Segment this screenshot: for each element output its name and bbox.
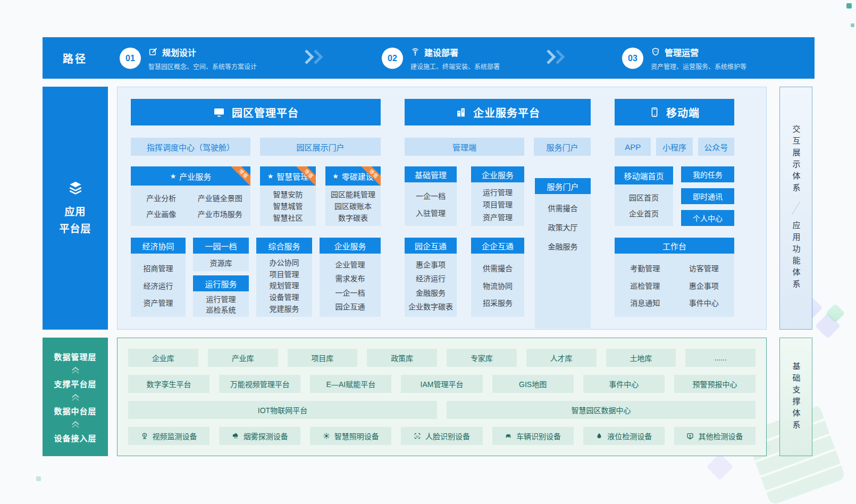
card-body: 惠企事项 经济运行 金融服务 企业数字碳表 — [405, 254, 457, 317]
feature-item: 园企互通 — [335, 301, 365, 312]
platform-box: IAM管理平台 — [401, 375, 482, 393]
card-body: 运行管理 项目管理 资产管理 — [471, 182, 524, 226]
personal-center-button: 个人中心 — [681, 210, 734, 226]
card-body: 供需撮合 物流协同 招采服务 — [471, 254, 524, 317]
feature-item: 企业数字碳表 — [408, 301, 453, 312]
foundation-support-rail: 基础支撑体系 — [779, 338, 812, 456]
card-header: 服务门户 — [535, 178, 591, 194]
foundation-system-label: 基础支撑体系 — [791, 362, 802, 432]
feature-item: 惠企事项 — [416, 259, 446, 270]
card-body: 办公协同 项目管理 规划管理 设备管理 党建服务 — [256, 254, 312, 317]
park-platform-column: 园区管理平台 指挥调度中心（驾驶舱） 园区展示门户 ★ 产业服务 增值 产业分析… — [131, 99, 381, 316]
platform-box: 万能视频管理平台 — [219, 375, 300, 393]
chevrons-up-icon — [70, 366, 81, 374]
card-header: 运行服务 — [193, 275, 249, 291]
card-body: 供需撮合 政策大厅 金融服务 — [535, 194, 591, 329]
decor-cube — [815, 313, 841, 339]
card-header: 企企互通 — [471, 238, 524, 254]
card-smart-management: ★ 智慧管理 增值 智慧安防 智慧城管 智慧社区 — [260, 166, 316, 226]
step-title: 规划设计 — [162, 46, 196, 58]
feature-item: 项目管理 — [270, 268, 299, 279]
mobile-channels-row: APP 小程序 公众号 — [615, 138, 734, 156]
interaction-application-rail: 交互展示体系 应用功能体系 — [779, 87, 812, 330]
app-layer-label-line1: 应用 — [59, 204, 91, 221]
database-box: 人才库 — [526, 349, 597, 367]
feature-item: 园区首页 — [629, 192, 659, 203]
device-label: 智慧照明设备 — [334, 431, 379, 441]
feature-item: 智慧安防 — [273, 189, 303, 199]
chevrons-up-icon — [70, 393, 81, 401]
card-body: 运行管理 巡检系统 — [193, 291, 249, 317]
card-economic-synergy: 经济协同 招商管理 经济运行 资产管理 — [131, 238, 186, 317]
layer-label-device-access: 设备接入层 — [54, 432, 96, 443]
card-operation-services: 运行服务 运行管理 巡检系统 — [193, 275, 249, 317]
card-body: 企业管理 需求发布 一企一档 园企互通 — [320, 254, 381, 317]
rail-divider — [792, 201, 800, 214]
enterprise-platform-column: 企业服务平台 管理端 服务门户 基础管理 一企一档 入驻管理 企业服务 运行管理… — [405, 99, 591, 316]
park-platform-header: 园区管理平台 — [131, 99, 381, 125]
card-body: 园区能耗管理 园区碳账本 数字碳表 — [325, 186, 381, 226]
feature-item: 考勤管理 — [630, 263, 660, 273]
feature-item: 经济运行 — [144, 280, 173, 291]
card-enterprise-service: 企业服务 运行管理 项目管理 资产管理 — [471, 166, 524, 226]
app-layer-label-line2: 平台层 — [59, 221, 91, 238]
device-row: 视频监测设备 烟雾探测设备 智慧照明设备 人脸识别设备 车辆识别设备 液位检测设… — [128, 427, 756, 445]
feature-item: 产业画像 — [146, 208, 176, 219]
path-bar: 路径 01 规划设计 智慧园区概念、空间、系统等方案设计 02 建设部署 建设施 — [43, 37, 815, 79]
feature-item: 政策大厅 — [548, 222, 578, 232]
feature-item: 企业管理 — [335, 259, 365, 270]
decor-cube — [826, 304, 845, 323]
card-body: 考勤管理 访客管理 巡检管理 惠企事项 消息通知 事件中心 — [615, 254, 734, 317]
feature-item: 惠企事项 — [689, 280, 719, 291]
support-platform-row: 数字孪生平台 万能视频管理平台 E—AI赋能平台 IAM管理平台 GIS地图 事… — [128, 375, 756, 393]
feature-item: 金融服务 — [548, 241, 578, 251]
star-icon: ★ — [332, 173, 339, 180]
data-layers-rail: 数据管理层 支撑平台层 数据中台层 设备接入层 — [43, 338, 108, 456]
device-box: 车辆识别设备 — [492, 427, 574, 445]
feature-item: 供需撮合 — [548, 203, 578, 213]
foundation-panel: 企业库 产业库 项目库 政策库 专家库 人才库 土地库 ...... 数字孪生平… — [117, 338, 767, 456]
card-mobile-home: 移动端首页 园区首页 企业首页 — [615, 166, 673, 226]
device-box: 视频监测设备 — [128, 427, 209, 445]
device-label: 液位检测设备 — [607, 431, 652, 441]
park-platform-title: 园区管理平台 — [232, 105, 299, 120]
card-basic-management: 基础管理 一企一档 入驻管理 — [405, 166, 457, 226]
layers-icon — [67, 179, 84, 196]
star-icon: ★ — [267, 173, 274, 180]
smoke-detector-icon — [232, 432, 239, 440]
feature-item: 消息通知 — [630, 297, 660, 308]
feature-item: 办公协同 — [270, 257, 299, 267]
device-label: 人脸识别设备 — [425, 431, 470, 441]
feature-item: 入驻管理 — [416, 207, 446, 218]
middle-platform-row: IOT物联网平台 智慧园区数据中心 — [128, 401, 756, 419]
platform-box: E—AI赋能平台 — [310, 375, 391, 393]
feature-item: 访客管理 — [689, 263, 719, 273]
database-box: 专家库 — [447, 349, 517, 367]
platform-box: 预警预报中心 — [674, 375, 756, 393]
card-body: 招商管理 经济运行 资产管理 — [131, 254, 186, 317]
card-workbench: 工作台 考勤管理 访客管理 巡检管理 惠企事项 消息通知 事件中心 — [615, 238, 734, 317]
feature-item: 资产管理 — [483, 212, 513, 222]
card-header: 企业服务 — [320, 238, 381, 254]
feature-item: 一企一档 — [335, 287, 365, 298]
step-text: 建设部署 建设施工、终端安装、系统部署 — [410, 46, 500, 71]
portal-chip-service-portal: 服务门户 — [534, 138, 591, 156]
card-industry-services: ★ 产业服务 增值 产业分析 产业链全景图 产业画像 产业市场服务 — [131, 166, 250, 226]
park-portal-row: 指挥调度中心（驾驶舱） 园区展示门户 — [131, 138, 381, 156]
card-one-park-one-file: 一园一档 资源库 — [193, 238, 249, 271]
feature-item: 巡检系统 — [206, 304, 236, 315]
layer-label-support-platform: 支撑平台层 — [54, 378, 96, 389]
device-label: 视频监测设备 — [153, 431, 197, 441]
feature-item: 数字碳表 — [338, 212, 368, 223]
feature-item: 智慧城管 — [273, 200, 303, 211]
park-archive-stack: 一园一档 资源库 运行服务 运行管理 巡检系统 — [193, 238, 249, 317]
layer-label-data-management: 数据管理层 — [54, 351, 96, 362]
database-box: 政策库 — [367, 349, 437, 367]
card-header: 工作台 — [615, 238, 734, 254]
shield-icon — [651, 47, 660, 57]
portal-chip-command-center: 指挥调度中心（驾驶舱） — [131, 138, 250, 156]
step-operation: 03 管理运营 资产管理、运营服务、系统维护等 — [622, 46, 746, 71]
card-body: 资源库 — [193, 254, 249, 271]
feature-item: 资源库 — [210, 257, 232, 268]
card-title: 零碳建设 — [342, 171, 374, 182]
